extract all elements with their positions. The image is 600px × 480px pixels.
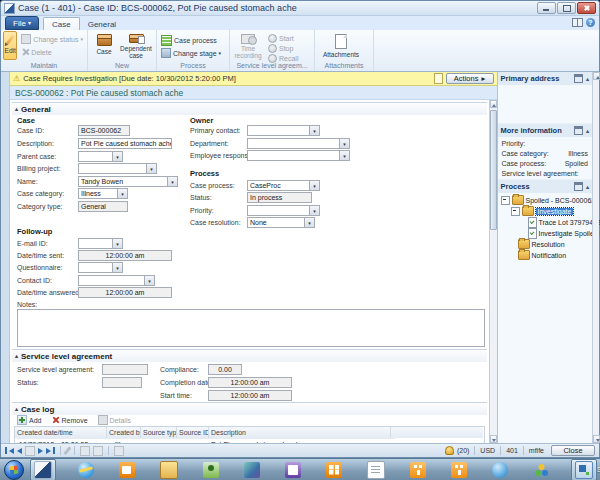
close-window-button[interactable] [577, 2, 596, 14]
close-form-button[interactable]: Close [551, 445, 595, 456]
communicator-icon-slot[interactable] [200, 460, 222, 480]
record-next-button[interactable] [38, 448, 43, 454]
map-app-icon-slot[interactable] [241, 460, 263, 480]
case-category-combo[interactable]: Illness ▾ [78, 188, 128, 199]
title-bar[interactable]: Case (1 - 401) - Case ID: BCS-000062, Po… [1, 1, 599, 16]
record-previous-button[interactable] [17, 448, 22, 454]
dropdown-arrow-icon[interactable]: ▾ [309, 181, 319, 190]
tree-collapse-icon[interactable] [501, 196, 510, 205]
section-header-sla[interactable]: ▴ Service level agreement [12, 349, 487, 362]
table-cell-created-by[interactable]: mfife [107, 438, 145, 443]
tree-item-investigate-spoiled[interactable]: Investigate Spoiled Pr [528, 228, 600, 238]
help-book-icon[interactable] [572, 18, 583, 27]
currency-indicator[interactable]: USD [480, 447, 495, 454]
column-header[interactable]: Description [209, 427, 391, 438]
outlook-icon-slot[interactable] [116, 460, 138, 480]
infopath-icon-slot[interactable] [282, 460, 304, 480]
dropdown-arrow-icon[interactable]: ▾ [112, 152, 122, 161]
tree-collapse-icon[interactable] [511, 207, 520, 216]
spheres-app-icon-slot[interactable] [530, 460, 552, 480]
tree-item-notification[interactable]: Notification [518, 250, 567, 260]
priority-combo[interactable]: ▾ [247, 205, 320, 216]
employee-responsible-combo[interactable]: ▾ [247, 150, 350, 161]
org-viewer-icon-slot[interactable] [407, 460, 429, 480]
tree-item-investigate[interactable]: Investigate [511, 206, 574, 216]
actions-button[interactable]: Actions ▸ [446, 73, 494, 84]
datetime-sent-field[interactable]: 12:00:00 am [78, 250, 172, 261]
user-indicator[interactable]: mfife [529, 447, 544, 454]
folder-app-icon-slot[interactable] [157, 460, 181, 480]
category-type-field[interactable]: General [78, 201, 128, 212]
table-cell-created-time[interactable]: 05:26:52 pm [59, 438, 109, 443]
tab-case[interactable]: Case [43, 17, 80, 30]
factbox-header-primary-address[interactable]: Primary address ▴ [498, 72, 592, 86]
tree-item-resolution[interactable]: Resolution [518, 239, 565, 249]
dropdown-arrow-icon[interactable]: ▾ [309, 206, 319, 215]
section-header-case-log[interactable]: ▴ Case log [12, 402, 487, 415]
parent-case-combo[interactable]: ▾ [78, 151, 123, 162]
popout-icon[interactable] [574, 74, 583, 83]
tab-general[interactable]: General [80, 18, 124, 30]
dropdown-arrow-icon[interactable]: ▾ [339, 151, 349, 160]
maximize-button[interactable] [557, 2, 576, 14]
column-header[interactable]: Created date/time [15, 427, 107, 438]
collapse-chevron-icon[interactable]: ▴ [586, 183, 589, 190]
table-cell-source-type[interactable] [141, 438, 181, 443]
department-combo[interactable]: ▾ [247, 138, 350, 149]
scroll-down-arrow[interactable] [593, 435, 600, 443]
status-field[interactable]: In process [247, 192, 312, 203]
compliance-field[interactable]: 0.00 [208, 364, 242, 375]
add-button[interactable]: Add [17, 415, 41, 425]
dropdown-arrow-icon[interactable]: ▾ [144, 276, 154, 285]
org-viewer2-icon-slot[interactable] [448, 460, 470, 480]
billing-project-combo[interactable]: ▾ [78, 163, 157, 174]
column-header[interactable]: Created by [107, 427, 141, 438]
sla-field[interactable] [102, 364, 148, 375]
dropdown-arrow-icon[interactable]: ▾ [112, 263, 122, 272]
change-stage-button[interactable]: Change stage ▾ [159, 47, 223, 59]
company-indicator[interactable]: 401 [506, 447, 518, 454]
scroll-thumb[interactable] [490, 110, 497, 230]
scroll-down-arrow[interactable] [490, 435, 497, 443]
alerts-count[interactable]: (20) [457, 447, 469, 454]
section-header-general[interactable]: ▴ General [12, 102, 487, 115]
dropdown-arrow-icon[interactable]: ▾ [112, 239, 122, 248]
contact-id-combo[interactable]: ▾ [78, 275, 155, 286]
factbox-header-more-information[interactable]: More information ▴ [498, 124, 592, 138]
record-first-button[interactable] [5, 447, 14, 454]
sla-status-field[interactable] [102, 377, 142, 388]
help-icon[interactable]: ? [586, 18, 595, 27]
collapse-chevron-icon[interactable]: ▴ [586, 75, 589, 82]
factbox-header-process[interactable]: Process ▴ [498, 180, 592, 194]
table-cell-created-date[interactable]: 10/29/2012 [17, 438, 63, 443]
table-cell-description[interactable]: Pot Pie caused stomach ache [209, 438, 395, 443]
start-time-field[interactable]: 12:00:00 am [208, 390, 292, 401]
dropdown-arrow-icon[interactable]: ▾ [309, 126, 319, 135]
dependent-case-button[interactable]: Dependent case [120, 31, 152, 60]
grid-app-icon-slot[interactable] [323, 460, 345, 480]
dropdown-arrow-icon[interactable]: ▾ [146, 164, 156, 173]
note-icon[interactable] [434, 73, 443, 84]
dropdown-arrow-icon[interactable]: ▾ [304, 218, 314, 227]
tree-item-spoiled-case[interactable]: Spoiled - BCS-000062 [501, 195, 596, 205]
datetime-answered-field[interactable]: 12:00:00 am [78, 287, 172, 298]
case-process-button[interactable]: Case process [159, 34, 223, 46]
collapse-chevron-icon[interactable]: ▴ [586, 127, 589, 134]
description-field[interactable]: Pot Pie caused stomach ache [78, 138, 172, 149]
new-case-button[interactable]: Case [90, 31, 118, 60]
case-process-combo[interactable]: CaseProc ▾ [247, 180, 320, 191]
case-id-field[interactable]: BCS-000062 [78, 125, 130, 136]
sidebar-scrollbar[interactable] [592, 72, 599, 443]
file-menu-button[interactable]: File ▾ [5, 16, 39, 30]
tree-item-trace-lot[interactable]: Trace Lot 379794324 [528, 217, 600, 227]
workflow-app-icon-slot[interactable] [571, 459, 597, 480]
attachments-button[interactable]: Attachments [317, 31, 365, 60]
document-app-icon-slot[interactable] [364, 460, 388, 480]
popout-icon[interactable] [574, 182, 583, 191]
notes-textarea[interactable] [17, 309, 485, 347]
column-header[interactable]: Source ID [177, 427, 209, 438]
edit-button[interactable]: Edit [3, 31, 17, 60]
record-last-button[interactable] [46, 447, 55, 454]
form-vertical-scrollbar[interactable] [489, 100, 497, 443]
popout-icon[interactable] [574, 126, 583, 135]
